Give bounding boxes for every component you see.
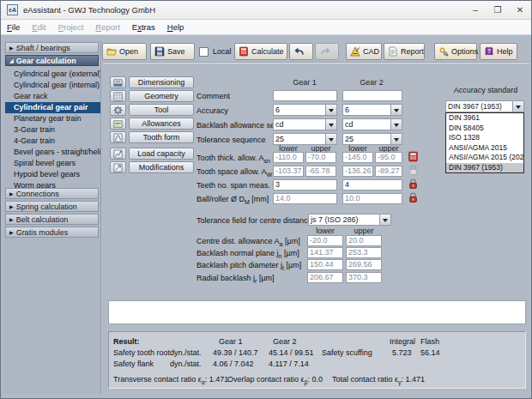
- minimize-button[interactable]: –: [464, 1, 487, 19]
- accuracy-gear1-combo[interactable]: 6: [273, 104, 337, 116]
- nav-button-tool[interactable]: Tool: [129, 104, 194, 116]
- allowance-input-r1-c0[interactable]: -103.37: [273, 166, 304, 177]
- tolerance-seq-gear1-combo[interactable]: 25: [273, 133, 337, 145]
- report-button[interactable]: Report: [384, 43, 425, 60]
- menu-item-extras[interactable]: Extras: [126, 20, 161, 32]
- sidebar-section-gear-calculation[interactable]: ◢Gear calculation: [5, 55, 99, 66]
- allowance-input-r0-c2[interactable]: -145.0: [342, 152, 373, 163]
- chevron-down-icon[interactable]: [379, 215, 390, 225]
- sidebar-section-gratis-modules[interactable]: ▶Gratis modules: [5, 227, 99, 238]
- allowance-input-r1-c1[interactable]: -65.78: [305, 166, 336, 177]
- chevron-down-icon[interactable]: [325, 134, 336, 144]
- open-button[interactable]: Open: [102, 43, 147, 60]
- chevron-down-icon[interactable]: [325, 119, 336, 130]
- close-button[interactable]: ✕: [509, 1, 531, 19]
- accuracy-standard-combo[interactable]: DIN 3967 (1953): [445, 100, 524, 112]
- window-title: eAssistant - GWJ Technology GmbH: [23, 5, 155, 15]
- nav-button-load-capacity[interactable]: Load capacity: [129, 148, 194, 160]
- dropdown-option-iso-1328[interactable]: ISO 1328: [446, 133, 523, 143]
- options-button[interactable]: Options: [434, 43, 477, 60]
- sidebar-section-spring-calculation[interactable]: ▶Spring calculation: [5, 201, 99, 212]
- tolerance-field-combo[interactable]: js 7 (ISO 286): [308, 214, 391, 226]
- chevron-down-icon[interactable]: [390, 134, 402, 144]
- sidebar-item-cylindrical-gear-pair[interactable]: Cylindrical gear pair: [5, 102, 100, 113]
- load-capacity-icon-button[interactable]: [110, 148, 126, 160]
- cad-button[interactable]: CAD: [346, 43, 382, 60]
- comment-gear1-input[interactable]: [273, 90, 337, 101]
- undo-button[interactable]: [289, 43, 313, 60]
- dropdown-option-din-3967-1953[interactable]: DIN 3967 (1953): [446, 163, 523, 173]
- centre-input-r2-c1[interactable]: 269.56: [346, 259, 382, 270]
- dropdown-option-din-58405[interactable]: DIN 58405: [446, 124, 523, 134]
- sidebar-item-bevel-gears-straight-helical[interactable]: Bevel gears - straight/helical: [5, 147, 100, 158]
- centre-input-r3-c1[interactable]: 370.3: [346, 272, 382, 283]
- result-gear1-header: Gear 1: [219, 337, 243, 346]
- tooth-form-icon-button[interactable]: [110, 131, 126, 143]
- result-integral-header: Integral: [390, 337, 415, 346]
- centre-input-r0-c0[interactable]: -20.0: [307, 235, 343, 246]
- lock-red-icon[interactable]: [408, 192, 420, 204]
- allowance-input-r0-c1[interactable]: -70.0: [305, 152, 336, 163]
- modifications-icon-button[interactable]: [110, 161, 126, 173]
- sidebar-item-cylindrical-gear-external[interactable]: Cylindrical gear (external): [5, 69, 100, 80]
- calculate-button[interactable]: Calculate: [234, 43, 287, 60]
- sidebar-section-belt-calculation[interactable]: ▶Belt calculation: [5, 214, 99, 225]
- dropdown-option-ansi-agma-2015-2020[interactable]: ANSI/AGMA 2015 (2020): [446, 153, 523, 163]
- allowance-input-r1-c2[interactable]: -136.26: [342, 166, 373, 177]
- save-button[interactable]: Save: [150, 43, 195, 60]
- open-folder-icon: [106, 46, 117, 57]
- backlash-seq-gear1-combo[interactable]: cd: [273, 118, 337, 130]
- maximize-button[interactable]: ❐: [487, 1, 509, 19]
- nav-button-dimensioning[interactable]: Dimensioning: [129, 76, 194, 88]
- dimensioning-icon-button[interactable]: [110, 76, 126, 88]
- sidebar-item-spiral-bevel-gears[interactable]: Spiral bevel gears: [5, 158, 100, 169]
- allowance-input-r2-c1[interactable]: 4: [342, 179, 402, 190]
- calc-red-icon[interactable]: [408, 151, 420, 163]
- allowance-input-r0-c3[interactable]: -95.0: [375, 152, 402, 163]
- sidebar-item-4-gear-train[interactable]: 4-Gear train: [5, 136, 100, 147]
- lock-gray-icon[interactable]: [408, 165, 420, 177]
- chevron-down-icon[interactable]: [325, 105, 336, 115]
- comment-gear2-input[interactable]: [342, 90, 402, 101]
- allowance-input-r3-c0[interactable]: 14.0: [273, 193, 337, 204]
- backlash-seq-gear2-combo[interactable]: cd: [342, 118, 402, 130]
- nav-button-tooth-form[interactable]: Tooth form: [129, 131, 194, 143]
- nav-button-modifications[interactable]: Modifications: [129, 161, 194, 173]
- backlash-seq-gear1-value: cd: [275, 120, 284, 129]
- accuracy-gear2-combo[interactable]: 6: [342, 104, 402, 116]
- allowance-input-r0-c0[interactable]: -110.0: [273, 152, 304, 163]
- menu-item-help[interactable]: Help: [161, 20, 190, 32]
- nav-button-allowances[interactable]: Allowances: [129, 118, 194, 130]
- sidebar-item-3-gear-train[interactable]: 3-Gear train: [5, 124, 100, 136]
- sidebar-item-planetary-gear-train[interactable]: Planetary gear train: [5, 113, 100, 124]
- geometry-icon-button[interactable]: [110, 90, 126, 102]
- sidebar-item-hypoid-bevel-gears[interactable]: Hypoid bevel gears: [5, 169, 100, 180]
- allowance-input-r3-c1[interactable]: 10.0: [342, 193, 402, 204]
- sidebar-item-gear-rack[interactable]: Gear rack: [5, 91, 100, 102]
- sidebar-item-cylindrical-gear-internal[interactable]: Cylindrical gear (internal): [5, 80, 100, 91]
- sidebar-section-connections[interactable]: ▶Connections: [5, 188, 99, 199]
- chevron-down-icon[interactable]: [390, 119, 402, 130]
- dropdown-option-din-3961[interactable]: DIN 3961: [446, 113, 523, 124]
- centre-input-r0-c1[interactable]: 20.0: [346, 235, 382, 246]
- centre-input-r3-c0[interactable]: 206.67: [307, 272, 343, 283]
- centre-input-r1-c0[interactable]: 141.37: [307, 247, 343, 258]
- allowance-input-r1-c3[interactable]: -89.27: [375, 166, 402, 177]
- centre-input-r1-c1[interactable]: 253.3: [346, 247, 382, 258]
- chevron-down-icon[interactable]: [512, 101, 523, 112]
- tool-gear-icon-button[interactable]: [110, 104, 126, 116]
- lock-red-icon[interactable]: [408, 178, 420, 190]
- dropdown-option-ansi-agma-2015[interactable]: ANSI/AGMA 2015: [446, 143, 523, 154]
- chevron-down-icon[interactable]: [390, 105, 402, 115]
- tolerance-seq-gear2-combo[interactable]: 25: [342, 133, 402, 145]
- result-scuffing-flash: 56.14: [420, 348, 440, 357]
- sidebar-section-shaft-bearings[interactable]: ▶Shaft / bearings: [5, 42, 99, 53]
- allowance-input-r2-c0[interactable]: 3: [273, 179, 337, 190]
- nav-button-geometry[interactable]: Geometry: [129, 90, 194, 102]
- local-checkbox[interactable]: [199, 47, 209, 57]
- allowances-icon-button[interactable]: [110, 118, 126, 130]
- centre-input-r2-c0[interactable]: 150.44: [307, 259, 343, 270]
- report-button-label: Report: [401, 47, 424, 56]
- help-button[interactable]: ?Help: [480, 43, 517, 60]
- menu-item-file[interactable]: File: [1, 20, 26, 32]
